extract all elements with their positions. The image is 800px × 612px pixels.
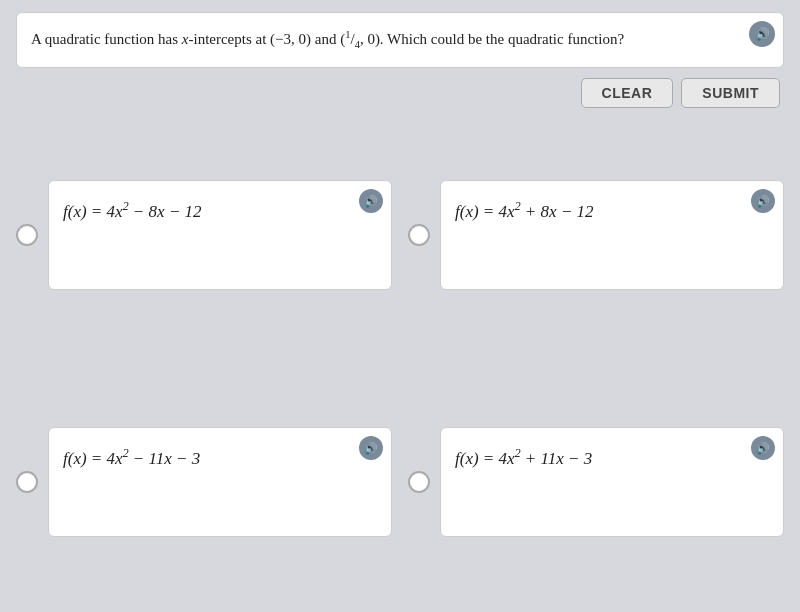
submit-button[interactable]: SUBMIT	[681, 78, 780, 108]
speaker-icon-a: 🔊	[364, 195, 378, 208]
clear-button[interactable]: CLEAR	[581, 78, 674, 108]
radio-b[interactable]	[408, 224, 430, 246]
speaker-icon-b: 🔊	[756, 195, 770, 208]
question-audio-button[interactable]: 🔊	[749, 21, 775, 47]
radio-a[interactable]	[16, 224, 38, 246]
answer-text-a: f(x) = 4x2 − 8x − 12	[63, 195, 202, 222]
answer-item-b: f(x) = 4x2 + 8x − 12 🔊	[408, 118, 784, 353]
answer-d-audio-button[interactable]: 🔊	[751, 436, 775, 460]
answer-card-b[interactable]: f(x) = 4x2 + 8x − 12 🔊	[440, 180, 784, 290]
speaker-icon-d: 🔊	[756, 442, 770, 455]
radio-c[interactable]	[16, 471, 38, 493]
answers-grid: f(x) = 4x2 − 8x − 12 🔊 f(x) = 4x2 + 8x −…	[16, 118, 784, 600]
answer-b-audio-button[interactable]: 🔊	[751, 189, 775, 213]
answer-card-a[interactable]: f(x) = 4x2 − 8x − 12 🔊	[48, 180, 392, 290]
speaker-icon-c: 🔊	[364, 442, 378, 455]
answer-item-c: f(x) = 4x2 − 11x − 3 🔊	[16, 365, 392, 600]
answer-item-d: f(x) = 4x2 + 11x − 3 🔊	[408, 365, 784, 600]
toolbar: CLEAR SUBMIT	[16, 78, 784, 108]
answer-text-d: f(x) = 4x2 + 11x − 3	[455, 442, 592, 469]
answer-item-a: f(x) = 4x2 − 8x − 12 🔊	[16, 118, 392, 353]
speaker-icon: 🔊	[755, 25, 770, 43]
answer-card-c[interactable]: f(x) = 4x2 − 11x − 3 🔊	[48, 427, 392, 537]
answer-text-b: f(x) = 4x2 + 8x − 12	[455, 195, 594, 222]
answer-a-audio-button[interactable]: 🔊	[359, 189, 383, 213]
main-container: A quadratic function has x-intercepts at…	[0, 0, 800, 612]
answer-text-c: f(x) = 4x2 − 11x − 3	[63, 442, 200, 469]
question-box: A quadratic function has x-intercepts at…	[16, 12, 784, 68]
question-text: A quadratic function has x-intercepts at…	[31, 31, 624, 47]
answer-card-d[interactable]: f(x) = 4x2 + 11x − 3 🔊	[440, 427, 784, 537]
answer-c-audio-button[interactable]: 🔊	[359, 436, 383, 460]
radio-d[interactable]	[408, 471, 430, 493]
